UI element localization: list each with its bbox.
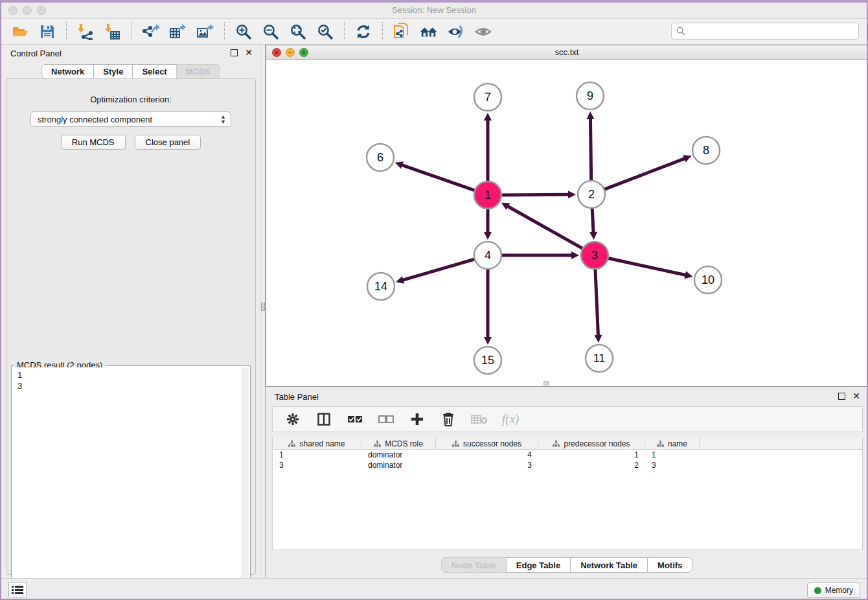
close-panel-icon[interactable]: ✕ [245, 48, 253, 58]
table-cell[interactable]: 3 [273, 461, 361, 470]
network-canvas[interactable]: 1234678910111415 [266, 60, 867, 386]
network-window: × − + scc.txt 1234678910111415 [266, 45, 868, 387]
canvas-scroll-thumb[interactable] [543, 381, 549, 386]
graph-edge-3-11[interactable] [595, 268, 599, 337]
zoom-selected-icon[interactable] [316, 23, 334, 41]
show-panel-icon[interactable] [474, 23, 492, 41]
graph-edge-3-10[interactable] [607, 258, 687, 275]
mcds-result-group: MCDS result (2 nodes) 1 3 [11, 365, 251, 600]
task-history-button[interactable] [8, 582, 27, 597]
window-title: Session: New Session [1, 5, 867, 15]
float-panel-icon[interactable] [231, 49, 238, 56]
deselect-all-icon[interactable] [378, 411, 394, 428]
search-icon [676, 27, 685, 36]
column-header-name[interactable]: name [645, 437, 700, 450]
tab-edge-table[interactable]: Edge Table [506, 557, 570, 573]
network-window-title: scc.txt [266, 47, 867, 57]
table-cell[interactable]: 1 [538, 450, 645, 459]
control-panel-title: Control Panel [10, 49, 62, 58]
hide-panel-icon[interactable] [447, 23, 465, 41]
import-network-icon[interactable] [76, 23, 95, 41]
graph-edge-1-6[interactable] [400, 165, 476, 191]
splitter-grip[interactable] [261, 303, 265, 311]
graph-edge-3-1[interactable] [507, 205, 584, 249]
table-cell[interactable]: dominator [361, 461, 436, 470]
attribute-tree-icon [374, 441, 381, 447]
column-header-predecessor-nodes[interactable]: predecessor nodes [538, 437, 645, 450]
graph-edge-2-3[interactable] [592, 207, 593, 234]
graph-edge-1-2[interactable] [500, 194, 570, 195]
copy-network-icon[interactable] [393, 23, 411, 41]
graph-node-label: 11 [593, 352, 606, 365]
table-row[interactable]: 3dominator323 [273, 460, 862, 470]
table-panel: Table Panel ✕ [266, 388, 868, 578]
search-input[interactable] [689, 27, 858, 36]
select-all-icon[interactable] [347, 411, 363, 428]
result-scrollbar[interactable] [242, 367, 249, 600]
window-titlebar: Session: New Session [1, 3, 867, 19]
tab-mcds[interactable]: MCDS [176, 64, 220, 79]
graph-node-label: 10 [702, 273, 714, 286]
graph-node-label: 3 [591, 249, 598, 262]
table-cell[interactable]: 1 [645, 450, 700, 459]
close-table-panel-icon[interactable]: ✕ [852, 391, 860, 401]
mcds-result-text[interactable]: 1 3 [13, 367, 242, 600]
column-header-successor-nodes[interactable]: successor nodes [436, 437, 538, 450]
save-session-icon[interactable] [38, 23, 56, 41]
network-window-titlebar[interactable]: × − + scc.txt [266, 45, 867, 60]
export-image-icon[interactable] [196, 23, 214, 41]
graph-node-label: 9 [587, 89, 593, 102]
refresh-layout-icon[interactable] [354, 23, 372, 41]
panel-splitter[interactable] [260, 45, 266, 578]
graph-edge-2-8[interactable] [603, 158, 686, 190]
delete-column-icon[interactable] [440, 411, 457, 428]
zoom-out-icon[interactable] [262, 23, 280, 41]
network-overview-icon[interactable] [420, 23, 438, 41]
add-column-icon[interactable] [409, 411, 426, 428]
float-table-panel-icon[interactable] [838, 393, 845, 400]
run-mcds-button[interactable]: Run MCDS [61, 135, 126, 150]
memory-status-icon [814, 587, 821, 594]
memory-button[interactable]: Memory [807, 583, 860, 598]
open-file-icon[interactable] [11, 23, 29, 41]
memory-label: Memory [825, 586, 853, 595]
table-settings-icon[interactable] [284, 411, 301, 428]
table-cell[interactable]: 3 [645, 461, 700, 470]
graph-node-label: 1 [485, 189, 491, 202]
table-panel-tabs: Node Table Edge Table Network Table Moti… [266, 557, 868, 573]
search-box[interactable] [671, 23, 859, 40]
tab-select[interactable]: Select [132, 64, 176, 79]
tab-network-table[interactable]: Network Table [570, 557, 647, 573]
column-header-filler [700, 437, 862, 450]
export-table-icon[interactable] [169, 23, 187, 41]
task-list-icon [12, 585, 23, 594]
zoom-fit-icon[interactable] [289, 23, 307, 41]
tab-network[interactable]: Network [41, 64, 93, 79]
table-cell[interactable]: 3 [436, 461, 538, 470]
column-header-shared-name[interactable]: shared name [273, 437, 361, 450]
close-panel-button[interactable]: Close panel [135, 135, 201, 150]
graph-node-label: 15 [481, 354, 494, 367]
attribute-tree-icon [657, 441, 664, 447]
graph-node-label: 2 [588, 188, 595, 201]
graph-edge-arrowhead [685, 271, 693, 279]
table-row[interactable]: 1dominator411 [273, 450, 862, 460]
export-network-icon[interactable] [142, 23, 160, 41]
graph-edge-2-9[interactable] [590, 117, 591, 182]
graph-edge-4-14[interactable] [402, 259, 476, 280]
status-bar: Memory [1, 578, 867, 599]
import-table-icon[interactable] [104, 23, 122, 41]
zoom-in-icon[interactable] [234, 23, 253, 41]
tab-style[interactable]: Style [93, 64, 132, 79]
column-header-MCDS-role[interactable]: MCDS role [361, 437, 436, 450]
tab-node-table[interactable]: Node Table [441, 557, 506, 573]
delete-table-icon[interactable] [471, 411, 488, 428]
criterion-select[interactable]: strongly connected component ▲▼ [30, 111, 231, 127]
table-cell[interactable]: 2 [538, 461, 645, 470]
graph-node-label: 14 [374, 280, 387, 293]
table-cell[interactable]: 4 [436, 450, 538, 459]
tab-motifs[interactable]: Motifs [647, 557, 692, 573]
table-cell[interactable]: dominator [361, 450, 436, 459]
panel-mode-icon[interactable] [315, 411, 332, 428]
table-cell[interactable]: 1 [273, 450, 361, 459]
